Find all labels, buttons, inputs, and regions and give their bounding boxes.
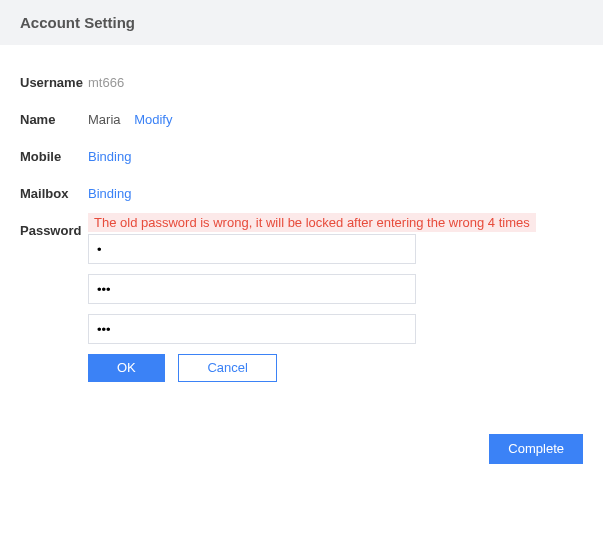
old-password-input[interactable]	[88, 234, 416, 264]
row-username: Username mt666	[20, 75, 583, 90]
bind-mailbox-link[interactable]: Binding	[88, 186, 131, 201]
value-name: Maria	[88, 112, 121, 127]
label-username: Username	[20, 75, 88, 90]
new-password-input[interactable]	[88, 274, 416, 304]
label-mobile: Mobile	[20, 149, 88, 164]
row-mobile: Mobile Binding	[20, 149, 583, 164]
page-header: Account Setting	[0, 0, 603, 45]
page-title: Account Setting	[20, 14, 135, 31]
row-password: Password The old password is wrong, it w…	[20, 213, 583, 382]
ok-button[interactable]: OK	[88, 354, 165, 382]
settings-form: Username mt666 Name Maria Modify Mobile …	[0, 45, 603, 424]
row-name: Name Maria Modify	[20, 112, 583, 127]
label-mailbox: Mailbox	[20, 186, 88, 201]
cancel-button[interactable]: Cancel	[178, 354, 276, 382]
modify-name-link[interactable]: Modify	[134, 112, 172, 127]
value-username: mt666	[88, 75, 124, 90]
complete-button[interactable]: Complete	[489, 434, 583, 464]
confirm-password-input[interactable]	[88, 314, 416, 344]
password-error-message: The old password is wrong, it will be lo…	[88, 213, 536, 232]
row-mailbox: Mailbox Binding	[20, 186, 583, 201]
footer: Complete	[0, 424, 603, 480]
label-password: Password	[20, 213, 88, 238]
label-name: Name	[20, 112, 88, 127]
bind-mobile-link[interactable]: Binding	[88, 149, 131, 164]
